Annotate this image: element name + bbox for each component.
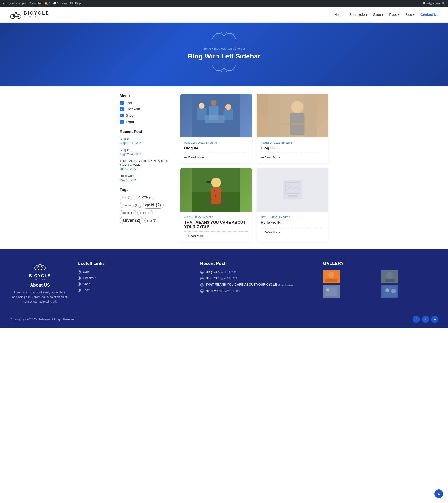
recent-post-4: Hello world! May 13, 2022: [120, 174, 173, 182]
svg-rect-14: [205, 116, 225, 123]
nav-home[interactable]: Home: [334, 13, 343, 17]
footer-post-title-3[interactable]: THAT MEANS YOU CARE ABOUT YOUR CYCLE: [206, 283, 277, 286]
svg-point-13: [225, 104, 231, 110]
svg-point-6: [15, 12, 16, 13]
site-name[interactable]: cycle-repair-pro: [8, 2, 26, 5]
blog-date-4: May 13, 2022: [261, 216, 277, 218]
blog-title-3: THAT MEANS YOU CARE ABOUT YOUR CYCLE: [184, 220, 248, 229]
tag-good[interactable]: good (1): [120, 210, 136, 216]
blog-card-body-3: June 3, 2022 / By admin THAT MEANS YOU C…: [180, 212, 252, 242]
nav-shortcode[interactable]: Shortcode▾: [349, 13, 367, 17]
useful-links-title: Usefull Links: [78, 261, 193, 266]
blog-read-more-4[interactable]: — Read More: [261, 230, 324, 234]
blog-divider-1: [184, 153, 248, 153]
svg-point-22: [211, 178, 221, 187]
footer-recent-posts: Recent Post Blog 04 August 24, 2022 Blog…: [200, 261, 316, 304]
nav-contact[interactable]: Contact Us: [420, 13, 438, 17]
blog-grid: August 24, 2022 / By admin Blog 04 — Rea…: [180, 94, 328, 242]
recent-post-date-1[interactable]: August 24, 2022: [120, 141, 173, 145]
sidebar-tags: Tags bad (1) CLOTH (1) Diomand (1) gold …: [120, 187, 173, 224]
nav-blog[interactable]: Blog▾: [405, 13, 415, 17]
footer-link-shop-a[interactable]: Shop: [83, 282, 90, 286]
footer-brand-slogan: SLOGAN: [29, 278, 51, 280]
recent-post-title: Recent Post: [120, 130, 173, 134]
recent-post-date-3[interactable]: June 3, 2022: [120, 167, 173, 170]
footer-post-title-2[interactable]: Blog 03: [206, 276, 217, 280]
sidebar-menu-section: Menu ✓ Cart ✓ Checkout ✓ Shop ✓ Team: [120, 94, 173, 124]
footer-post-title-4[interactable]: Hello world!: [206, 289, 224, 293]
footer-post-date-4: May 13, 2022: [224, 289, 241, 292]
blog-date-1: August 24, 2022: [184, 141, 204, 144]
recent-post-title-3: THAT MEANS YOU CARE ABOUT YOUR CYCLE: [120, 159, 173, 167]
tag-cloth[interactable]: CLOTH (1): [136, 195, 155, 200]
menu-link-shop[interactable]: Shop: [126, 114, 134, 117]
footer-bicycle-icon: [34, 261, 46, 271]
site-logo[interactable]: BICYCLE SLOGAN: [10, 10, 50, 19]
footer-facebook-btn[interactable]: f: [413, 316, 420, 323]
blog-read-more-1[interactable]: — Read More: [184, 155, 248, 159]
blog-title-1: Blog 04: [184, 146, 248, 151]
blog-image-1: [180, 94, 252, 137]
blog-read-more-3[interactable]: — Read More: [184, 234, 248, 238]
blog-date-2: August 24, 2022: [261, 141, 280, 144]
footer-recent-post-3: THAT MEANS YOU CARE ABOUT YOUR CYCLE Jun…: [200, 283, 316, 286]
gallery-thumb-2[interactable]: [381, 270, 398, 284]
blog-title-2: Blog 03: [261, 146, 324, 151]
nav-shop[interactable]: Shop▾: [373, 13, 384, 17]
footer-link-cart-a[interactable]: Cart: [83, 270, 89, 274]
tag-bad[interactable]: bad (1): [120, 195, 134, 200]
svg-rect-46: [385, 279, 395, 282]
menu-link-cart[interactable]: Cart: [126, 101, 132, 105]
tag-gold[interactable]: gold (2): [143, 202, 164, 209]
edit-page-link[interactable]: Edit Page: [70, 2, 81, 5]
svg-rect-10: [224, 109, 233, 120]
footer-link-cart: Cart: [78, 270, 193, 274]
footer-link-team-a[interactable]: Team: [83, 288, 91, 292]
footer-bottom: Copyright @ 2022 Cycle-Repair All Right …: [10, 312, 438, 323]
blog-card-body-1: August 24, 2022 / By admin Blog 04 — Rea…: [180, 137, 252, 163]
nav-page[interactable]: Page▾: [389, 13, 400, 17]
blog-read-more-2[interactable]: — Read More: [261, 155, 324, 159]
blog-image-placeholder: [257, 168, 328, 212]
customize-link[interactable]: Customize: [29, 2, 41, 5]
tag-local[interactable]: local (1): [137, 210, 153, 216]
search-icon[interactable]: 🔍: [442, 2, 446, 5]
hero-breadcrumb: Home • Blog With Left Sidebar: [188, 47, 260, 50]
footer-links-list: Cart Checkout Shop Team: [78, 270, 193, 292]
main-content: Menu ✓ Cart ✓ Checkout ✓ Shop ✓ Team Rec…: [115, 86, 333, 249]
footer-linkedin-btn[interactable]: in: [431, 316, 438, 323]
svg-point-12: [211, 100, 217, 106]
svg-point-53: [391, 288, 396, 293]
blog-card-3: June 3, 2022 / By admin THAT MEANS YOU C…: [180, 168, 252, 242]
tag-diomand[interactable]: Diomand (1): [120, 203, 141, 208]
tag-star[interactable]: star (1): [144, 218, 159, 223]
gallery-thumb-3[interactable]: [323, 285, 340, 298]
tag-silver[interactable]: silver (2): [120, 217, 143, 224]
footer-post-title-1[interactable]: Blog 04: [206, 270, 217, 274]
menu-item-checkout: ✓ Checkout: [120, 107, 173, 111]
footer-brand-name: BICYCLE: [29, 274, 51, 278]
svg-rect-43: [325, 279, 337, 282]
menu-link-team[interactable]: Team: [126, 120, 134, 124]
recent-post-title-1: Blog 04: [120, 137, 173, 140]
gallery-thumb-4[interactable]: [381, 285, 398, 298]
footer-recent-post-1: Blog 04 August 24, 2022: [200, 270, 316, 274]
recent-post-date-2[interactable]: August 24, 2022: [120, 152, 173, 156]
svg-point-42: [328, 272, 334, 278]
footer-useful-links: Usefull Links Cart Checkout Shop Team: [78, 261, 193, 304]
footer-about-text: Lorem ipsum dolor sit amet, consectetur …: [10, 290, 70, 304]
admin-bar-left: ⊞ cycle-repair-pro Customize 🔔 6 💬 3 New…: [2, 2, 81, 5]
svg-rect-8: [197, 108, 207, 120]
recent-post-date-4[interactable]: May 13, 2022: [120, 178, 173, 182]
footer-about: BICYCLE SLOGAN About US Lorem ipsum dolo…: [10, 261, 70, 304]
wp-icon: ⊞: [2, 2, 5, 5]
new-button[interactable]: New: [62, 2, 67, 5]
menu-link-checkout[interactable]: Checkout: [126, 107, 140, 111]
placeholder-icon: [283, 180, 302, 200]
footer-link-checkout-a[interactable]: Checkout: [83, 276, 96, 280]
footer-post-date-1: August 24, 2022: [218, 270, 237, 273]
footer-twitter-btn[interactable]: t: [422, 316, 429, 323]
blog-meta-1: August 24, 2022 / By admin: [184, 141, 248, 144]
gallery-thumb-1[interactable]: [323, 270, 340, 284]
footer-recent-post-2: Blog 03 August 24, 2022: [200, 276, 316, 280]
